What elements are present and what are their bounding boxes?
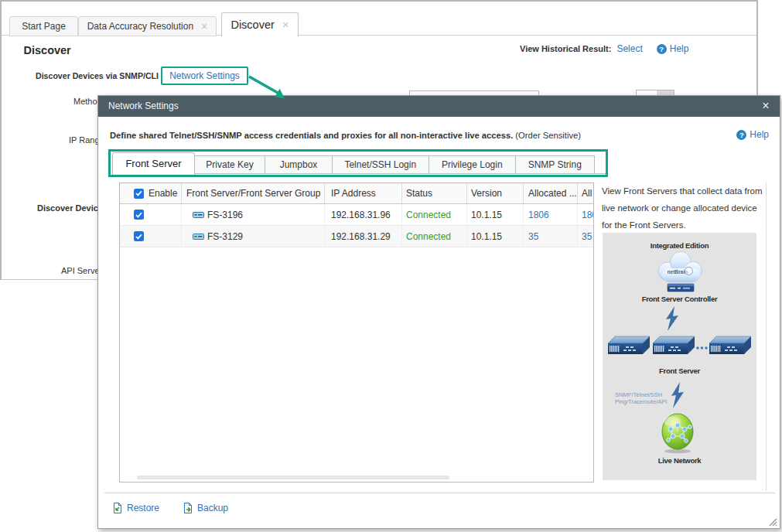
tab-label: Front Server — [125, 158, 181, 169]
cell-enable — [120, 226, 182, 247]
tab-telnet-ssh-login[interactable]: Telnet/SSH Login — [333, 155, 429, 174]
tab-front-server[interactable]: Front Server — [112, 152, 195, 175]
front-server-diagram: Integrated Edition netBrain — [603, 233, 756, 480]
tab-label: Jumpbox — [280, 159, 318, 170]
front-server-icon — [193, 212, 204, 218]
cell-status: Connected — [402, 204, 467, 225]
status-value: Connected — [406, 210, 451, 220]
cell-enable — [120, 204, 182, 225]
dialog-title: Network Settings — [108, 96, 179, 117]
tab-privilege-login[interactable]: Privilege Login — [429, 155, 517, 174]
cell-ip: 192.168.31.29 — [325, 226, 402, 247]
backup-label: Backup — [197, 503, 228, 513]
help-link[interactable]: ? Help — [736, 129, 769, 140]
header-enable: Enable — [120, 183, 182, 203]
cell-ip: 192.168.31.96 — [325, 204, 402, 225]
backup-button[interactable]: Backup — [183, 503, 228, 513]
description-line: View Front Servers that collect data fro… — [602, 182, 778, 200]
horizontal-scrollbar[interactable] — [137, 476, 449, 479]
server-3d-icon — [709, 336, 751, 354]
help-link[interactable]: ? Help — [657, 43, 689, 54]
close-icon[interactable]: × — [757, 96, 774, 117]
ip-value: 192.168.31.96 — [331, 210, 391, 220]
live-network-globe-icon — [658, 412, 698, 454]
help-label: Help — [750, 129, 769, 140]
version-value: 10.1.15 — [471, 231, 502, 242]
tab-discover[interactable]: Discover × — [221, 12, 299, 36]
close-icon[interactable]: × — [282, 19, 289, 30]
cell-all: 1806 — [578, 204, 593, 225]
front-server-label: Front Server — [603, 367, 756, 375]
checkbox-checked[interactable] — [134, 231, 144, 241]
front-server-cluster-icon — [608, 336, 751, 362]
cell-allocated: 35 — [524, 226, 578, 247]
ellipsis-dots-icon — [696, 346, 707, 349]
tab-label: Private Key — [206, 159, 253, 170]
protocol-line: SNMP/Telnet/SSH — [615, 391, 667, 398]
content-right-divider — [766, 182, 767, 491]
header-ip: IP Address — [325, 183, 402, 203]
select-link[interactable]: Select — [616, 43, 642, 54]
all-link[interactable]: 35 — [582, 231, 592, 242]
table-row[interactable]: FS-3196 192.168.31.96 Connected 10.1.15 … — [120, 204, 593, 226]
tab-label: Start Page — [22, 21, 66, 32]
lightning-icon — [669, 382, 685, 408]
annotation-arrow-icon — [244, 71, 292, 104]
ip-value: 192.168.31.29 — [331, 231, 391, 242]
tab-label: Discover — [231, 19, 274, 31]
tab-jumpbox[interactable]: Jumpbox — [265, 155, 333, 174]
cell-status: Connected — [402, 226, 467, 247]
snmp-cli-row-label: Discover Devices via SNMP/CLI — [36, 71, 159, 80]
header-status: Status — [402, 183, 467, 203]
description-line: for the Front Servers. — [602, 217, 778, 234]
network-settings-link-highlight[interactable]: Network Settings — [161, 66, 248, 85]
allocated-link[interactable]: 35 — [528, 231, 538, 242]
cloud-controller-icon: netBrain — [657, 251, 705, 293]
tab-snmp-string[interactable]: SNMP String — [516, 155, 595, 174]
help-icon: ? — [657, 44, 667, 54]
table-row[interactable]: FS-3129 192.168.31.29 Connected 10.1.15 … — [120, 226, 593, 247]
checkbox-checked[interactable] — [134, 210, 144, 220]
close-icon[interactable]: × — [201, 21, 207, 32]
tab-private-key[interactable]: Private Key — [195, 155, 265, 174]
header-all: All — [578, 183, 593, 203]
server-3d-icon — [608, 336, 650, 354]
tab-start-page[interactable]: Start Page — [9, 16, 78, 36]
screen: Start Page Data Accuracy Resolution × Di… — [0, 0, 782, 532]
column-label: Enable — [149, 188, 177, 199]
integrated-edition-label: Integrated Edition — [603, 241, 756, 250]
dialog-tabstrip-highlight: Front Server Private Key Jumpbox Telnet/… — [108, 149, 608, 177]
resize-grip-icon[interactable] — [768, 517, 777, 527]
front-server-table: Enable Front Server/Front Server Group I… — [119, 182, 594, 483]
allocated-link[interactable]: 1806 — [528, 210, 549, 220]
help-icon: ? — [736, 130, 746, 140]
server-3d-icon — [653, 336, 695, 354]
instruction-bold: Define shared Telnet/SSH/SNMP access cre… — [110, 131, 513, 140]
restore-button[interactable]: Restore — [112, 503, 159, 513]
header-allocated: Allocated ... — [524, 183, 578, 203]
checkbox-checked[interactable] — [134, 189, 144, 199]
version-value: 10.1.15 — [471, 210, 502, 220]
live-network-label: Live Network — [603, 456, 756, 465]
backup-icon — [183, 503, 193, 513]
tab-data-accuracy-resolution[interactable]: Data Accuracy Resolution × — [78, 16, 217, 36]
front-server-controller-label: Front Server Controller — [603, 295, 756, 303]
historical-result-label: View Historical Result: — [520, 44, 611, 53]
footer-divider — [104, 493, 775, 493]
lightning-icon — [664, 306, 680, 331]
status-value: Connected — [406, 231, 451, 242]
page-title: Discover — [24, 44, 71, 56]
protocol-line: Ping/Traceroute/API — [615, 398, 667, 405]
all-link[interactable]: 1806 — [582, 210, 593, 220]
cell-name: FS-3129 — [182, 226, 325, 247]
restore-icon — [112, 503, 123, 513]
dialog-titlebar[interactable]: Network Settings × — [98, 96, 780, 117]
cell-all: 35 — [578, 226, 593, 247]
cell-name: FS-3196 — [182, 204, 325, 225]
front-server-name: FS-3129 — [207, 231, 243, 242]
network-settings-dialog: Network Settings × Define shared Telnet/… — [97, 95, 780, 529]
tab-label: Data Accuracy Resolution — [87, 21, 193, 32]
front-server-name: FS-3196 — [207, 210, 243, 220]
network-settings-link[interactable]: Network Settings — [169, 70, 240, 81]
cell-version: 10.1.15 — [467, 226, 524, 247]
